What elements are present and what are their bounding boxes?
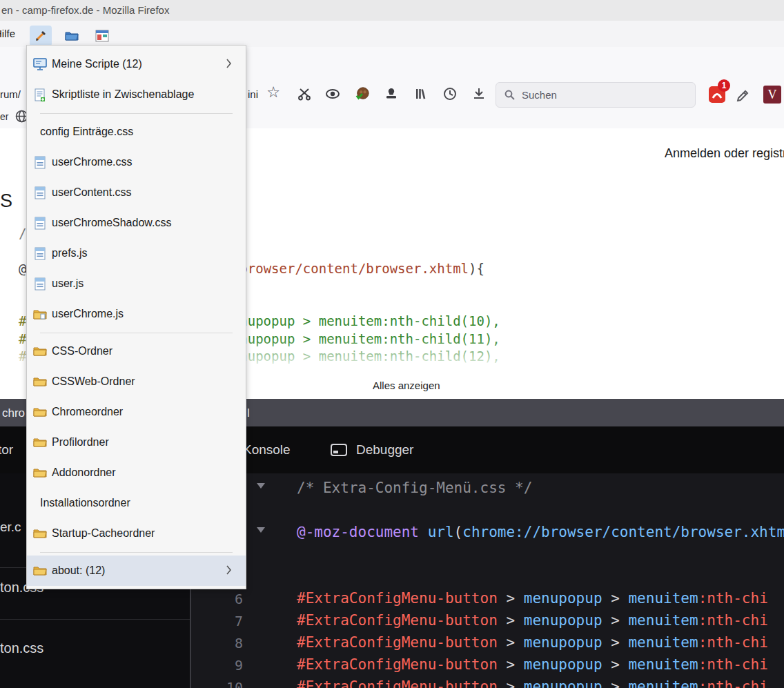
css-source-editor[interactable]: 6 7 8 9 10 /* Extra-Config-Menü.css */ @… xyxy=(191,473,784,688)
stylesheet-list-item[interactable]: er.c xyxy=(0,520,21,535)
stamp-stylus-extension-icon[interactable] xyxy=(384,86,399,101)
line-number: 7 xyxy=(207,613,243,629)
downloads-icon[interactable] xyxy=(471,86,487,101)
menu-item-label: user.js xyxy=(52,277,84,290)
menubar-item-hilfe[interactable]: Hilfe xyxy=(0,28,15,39)
folder-icon xyxy=(33,437,47,448)
menu-item-userchromeshadow-css[interactable]: userChromeShadow.css xyxy=(27,208,246,238)
devtools-title-fragment-left: chro xyxy=(2,406,25,420)
folder-icon xyxy=(33,565,47,576)
bookmark-fragment[interactable]: er xyxy=(0,111,8,122)
search-bar[interactable] xyxy=(496,82,696,108)
menu-item-label: Skriptliste in Zwischenablage xyxy=(52,88,194,101)
menu-item-label: userChrome.js xyxy=(52,308,124,320)
folder-icon xyxy=(33,406,47,417)
debugger-icon xyxy=(330,443,348,457)
show-all-link[interactable]: Alles anzeigen xyxy=(373,380,440,391)
editor-atrule-line: @-moz-document url(chrome://browser/cont… xyxy=(297,524,784,540)
submenu-arrow-icon xyxy=(226,58,232,69)
stylesheet-list-item[interactable]: ton.css xyxy=(0,640,43,656)
menu-item-label: Addonordner xyxy=(52,466,116,479)
folder-icon xyxy=(33,346,47,357)
menu-item-label: config Einträge.css xyxy=(40,126,133,138)
fold-arrow-icon[interactable] xyxy=(257,483,265,489)
urlbar-text-fragment-left[interactable]: rum/ xyxy=(0,88,21,100)
grid-toolbar-button[interactable] xyxy=(91,26,113,46)
menu-item-label: Meine Scripte (12) xyxy=(52,58,142,70)
menu-item-label: Startup-Cacheordner xyxy=(52,527,155,540)
history-clock-icon[interactable] xyxy=(442,86,458,101)
search-input[interactable] xyxy=(520,88,675,101)
eye-extension-icon[interactable] xyxy=(325,86,340,101)
v-extension-icon[interactable]: V xyxy=(763,86,781,104)
menu-item-chromeordner[interactable]: Chromeordner xyxy=(27,397,246,427)
js-file-icon xyxy=(33,277,47,291)
sidebar-divider xyxy=(0,619,190,620)
menu-item-label: userContent.css xyxy=(52,186,132,199)
extension-badge: 1 xyxy=(718,79,730,92)
page-edit-icon[interactable] xyxy=(736,86,751,101)
menu-item-user-js[interactable]: user.js xyxy=(27,268,246,299)
menu-item-userchrome-css[interactable]: userChrome.css xyxy=(27,147,246,177)
page-heading-fragment: S xyxy=(0,190,12,212)
scissors-extension-icon[interactable] xyxy=(297,86,312,101)
menu-item-about[interactable]: about: (12) xyxy=(27,556,246,586)
grid-window-icon xyxy=(95,30,109,42)
menu-item-cssweb-ordner[interactable]: CSSWeb-Ordner xyxy=(27,366,246,397)
folder-icon xyxy=(33,467,47,478)
editor-comment-line: /* Extra-Config-Menü.css */ xyxy=(297,480,532,496)
menu-item-addonordner[interactable]: Addonordner xyxy=(27,458,246,488)
menu-separator xyxy=(27,110,246,117)
menu-item-label: prefs.js xyxy=(52,247,88,259)
window-titlebar: en - camp-firefox.de - Mozilla Firefox xyxy=(0,0,784,21)
menu-item-profilordner[interactable]: Profilordner xyxy=(27,427,246,458)
line-number: 6 xyxy=(207,591,243,607)
menu-item-label: CSS-Ordner xyxy=(52,345,112,357)
monkey-check-extension-icon[interactable] xyxy=(355,86,370,101)
menu-item-label: Profilordner xyxy=(52,436,109,449)
menu-item-css-ordner[interactable]: CSS-Ordner xyxy=(27,336,246,366)
menu-item-installationsordner[interactable]: Installationsordner xyxy=(27,488,246,518)
editor-selector-line: #ExtraConfigMenu-button > menupopup > me… xyxy=(297,612,768,629)
line-number: 10 xyxy=(207,679,243,688)
folder-icon xyxy=(33,376,47,387)
menu-separator xyxy=(27,549,246,556)
editor-selector-line: #ExtraConfigMenu-button > menupopup > me… xyxy=(297,678,768,688)
menu-item-skriptliste[interactable]: Skriptliste in Zwischenablage xyxy=(27,79,246,110)
css-file-icon xyxy=(33,156,47,169)
menu-item-userchrome-js[interactable]: userChrome.js xyxy=(27,299,246,329)
menu-item-label: about: (12) xyxy=(52,564,105,577)
devtools-title-fragment-right: l xyxy=(247,406,250,420)
menu-item-prefs-js[interactable]: prefs.js xyxy=(27,238,246,268)
menu-item-usercontent-css[interactable]: userContent.css xyxy=(27,177,246,208)
login-link[interactable]: Anmelden oder registrieren xyxy=(665,146,784,161)
menu-item-startup-cacheordner[interactable]: Startup-Cacheordner xyxy=(27,518,246,549)
submenu-arrow-icon xyxy=(226,564,232,576)
extra-config-menu-button[interactable] xyxy=(30,26,52,46)
tab-debugger[interactable]: Debugger xyxy=(330,426,413,473)
editor-selector-line: #ExtraConfigMenu-button > menupopup > me… xyxy=(297,634,768,651)
folder-icon xyxy=(33,528,47,539)
css-file-icon xyxy=(33,217,47,230)
menu-item-label: Chromeordner xyxy=(52,406,123,418)
folder-file-icon xyxy=(33,308,47,320)
editor-selector-line: #ExtraConfigMenu-button > menupopup > me… xyxy=(297,590,768,607)
menu-item-config-eintraege[interactable]: config Einträge.css xyxy=(27,117,246,147)
menu-item-label: userChrome.css xyxy=(52,156,132,168)
line-number: 8 xyxy=(207,635,243,651)
menu-separator xyxy=(27,329,246,336)
css-file-icon xyxy=(33,186,47,199)
fold-arrow-icon[interactable] xyxy=(257,527,265,533)
menu-item-label: CSSWeb-Ordner xyxy=(52,375,135,388)
search-icon xyxy=(504,90,515,100)
library-icon[interactable] xyxy=(413,86,429,101)
scripts-screen-icon xyxy=(33,58,47,70)
urlbar-text-fragment-right[interactable]: ini xyxy=(248,88,258,100)
tab-inspektor[interactable]: Inspektor xyxy=(0,426,13,473)
bookmark-star-icon[interactable]: ☆ xyxy=(265,83,282,102)
menu-item-label: Installationsordner xyxy=(40,497,130,509)
clipboard-script-icon xyxy=(33,88,47,101)
blue-folder-toolbar-button[interactable] xyxy=(61,26,83,46)
menu-item-meine-scripte[interactable]: Meine Scripte (12) xyxy=(27,49,246,79)
menu-item-label: userChromeShadow.css xyxy=(52,217,171,229)
